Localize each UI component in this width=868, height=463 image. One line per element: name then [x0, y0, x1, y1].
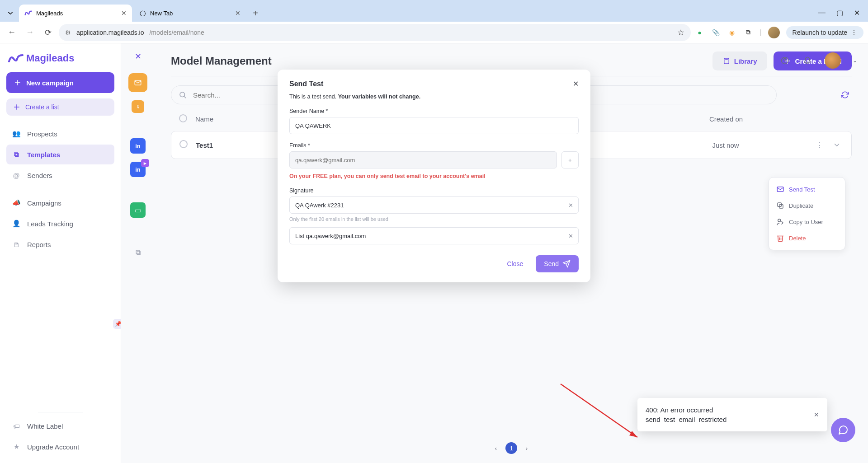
list-input[interactable]	[289, 227, 579, 244]
nav-leads[interactable]: 👤Leads Tracking	[6, 214, 114, 234]
ext-green-icon[interactable]: ●	[694, 28, 704, 37]
ctx-duplicate[interactable]: Duplicate	[769, 197, 845, 214]
rail-email[interactable]	[128, 73, 147, 92]
back-button[interactable]: ←	[5, 25, 19, 40]
forward-button[interactable]: →	[23, 25, 37, 40]
maximize-button[interactable]: ▢	[836, 9, 843, 17]
sender-name-input[interactable]	[289, 117, 579, 134]
trash-icon	[776, 234, 784, 242]
signature-input[interactable]	[289, 196, 579, 214]
clear-signature[interactable]: ✕	[568, 202, 573, 209]
column-created[interactable]: Created on	[681, 115, 771, 123]
tab-close[interactable]: ✕	[235, 9, 241, 17]
refresh-button[interactable]	[838, 88, 852, 102]
row-expand[interactable]	[830, 139, 843, 151]
nav-label: Prospects	[27, 130, 57, 138]
modal-close-button[interactable]: ✕	[573, 80, 579, 88]
reload-button[interactable]: ⟳	[41, 25, 55, 40]
browser-tab-inactive[interactable]: ◯ New Tab ✕	[133, 5, 246, 22]
new-campaign-button[interactable]: New campaign	[6, 72, 114, 93]
tracking-icon: 👤	[12, 219, 21, 228]
extensions-area: ● 📎 ◉ ⧉ | Relaunch to update ⋮	[694, 26, 863, 39]
library-button[interactable]: Library	[712, 51, 767, 70]
nav-separator	[38, 412, 83, 412]
relaunch-label: Relaunch to update	[793, 29, 847, 36]
chat-fab[interactable]	[831, 418, 855, 442]
pager-prev[interactable]: ‹	[490, 442, 502, 454]
minimize-button[interactable]: —	[818, 9, 826, 17]
copy-icon	[776, 201, 784, 210]
send-label: Send	[544, 260, 559, 267]
extensions-menu-icon[interactable]: ⧉	[743, 28, 753, 37]
nav-label: Leads Tracking	[27, 220, 73, 228]
profile-avatar[interactable]	[768, 27, 780, 38]
app-logo[interactable]: Magileads	[6, 50, 114, 72]
modal-header: Send Test ✕	[289, 80, 579, 88]
select-all-checkbox[interactable]	[179, 114, 195, 124]
tag-icon: 🏷	[12, 421, 21, 430]
nav-campaigns[interactable]: 📣Campaigns	[6, 193, 114, 213]
row-kebab[interactable]: ⋮	[813, 139, 826, 151]
sidebar-nav: 👥Prospects ⧉Templates @Senders 📣Campaign…	[6, 124, 114, 254]
user-avatar[interactable]	[825, 52, 841, 69]
pager-page-1[interactable]: 1	[505, 442, 517, 454]
error-toast: 400: An error occurred send_test_email_r…	[637, 398, 827, 431]
star-icon: ★	[12, 442, 21, 451]
ctx-label: Duplicate	[789, 202, 813, 209]
modal-send-action[interactable]: Send	[536, 255, 579, 272]
help-icon	[781, 56, 789, 65]
rail-voice[interactable]: 🎙	[132, 100, 144, 113]
nav-templates[interactable]: ⧉Templates	[6, 145, 114, 164]
favicon-chrome: ◯	[138, 9, 146, 17]
nav-upgrade[interactable]: ★Upgrade Account	[6, 437, 114, 457]
notifications-button[interactable]	[802, 55, 813, 66]
address-bar[interactable]: ⚙ application.magileads.io/models/email/…	[59, 24, 691, 41]
toast-dismiss[interactable]: ✕	[814, 411, 819, 418]
row-actions: ⋮	[771, 139, 843, 151]
nav-reports[interactable]: 🗎Reports	[6, 234, 114, 254]
search-icon	[179, 91, 187, 99]
rail-sms[interactable]: ▭	[130, 202, 146, 218]
create-list-button[interactable]: Create a list	[6, 98, 114, 116]
annotation-arrow	[556, 379, 646, 443]
nav-prospects[interactable]: 👥Prospects	[6, 124, 114, 144]
chevron-down-icon	[6, 9, 14, 17]
close-window-button[interactable]: ✕	[854, 9, 860, 17]
rail-linkedin-2[interactable]: in▸	[130, 162, 146, 177]
ctx-label: Send Test	[789, 186, 815, 193]
new-tab-button[interactable]: +	[249, 6, 262, 20]
pager-next[interactable]: ›	[521, 442, 533, 454]
users-icon: 👥	[12, 129, 21, 138]
user-menu-chevron[interactable]: ⌄	[853, 57, 857, 64]
ext-clip-icon[interactable]: 📎	[711, 28, 721, 37]
relaunch-button[interactable]: Relaunch to update ⋮	[786, 26, 863, 39]
favicon-magileads	[24, 9, 33, 17]
ext-orange-icon[interactable]: ◉	[727, 28, 737, 37]
tab-close[interactable]: ✕	[121, 9, 127, 17]
at-icon: @	[12, 171, 21, 180]
help-button[interactable]	[779, 55, 790, 66]
tab-search-dropdown[interactable]	[3, 5, 18, 21]
add-email-button[interactable]: +	[561, 151, 579, 168]
clear-list[interactable]: ✕	[568, 233, 573, 239]
rail-linkedin-1[interactable]: in	[130, 138, 146, 154]
nav-senders[interactable]: @Senders	[6, 165, 114, 185]
emails-input	[289, 151, 557, 168]
ctx-send-test[interactable]: Send Test	[769, 181, 845, 197]
svg-line-19	[561, 384, 637, 437]
ctx-delete[interactable]: Delete	[769, 230, 845, 246]
user-arrow-icon	[776, 218, 784, 226]
row-checkbox[interactable]	[179, 140, 196, 150]
site-info-icon[interactable]: ⚙	[65, 29, 71, 36]
modal-sub-a: This is a test send.	[289, 94, 336, 100]
svg-rect-5	[724, 58, 729, 64]
browser-tab-active[interactable]: Magileads ✕	[19, 5, 132, 22]
rail-copy[interactable]: ⧉	[128, 243, 147, 262]
nav-white-label[interactable]: 🏷White Label	[6, 416, 114, 436]
bookmark-star-icon[interactable]: ☆	[677, 28, 684, 37]
modal-close-action[interactable]: Close	[501, 255, 530, 272]
rail-close[interactable]: ✕	[135, 51, 142, 61]
kebab-icon: ⋮	[851, 29, 857, 36]
template-type-rail: ✕ 🎙 in in▸ ▭ ⧉	[121, 43, 155, 463]
ctx-copy-user[interactable]: Copy to User	[769, 214, 845, 230]
